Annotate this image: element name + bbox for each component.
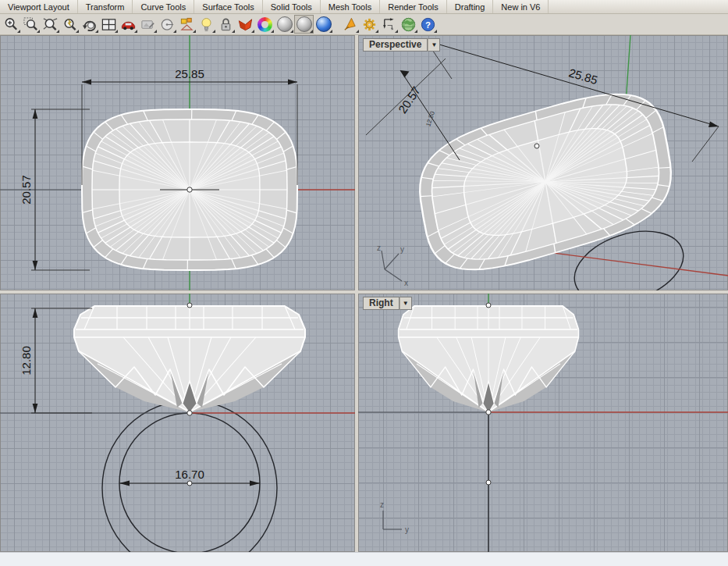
status-bar <box>0 552 728 566</box>
globe-icon[interactable] <box>399 15 418 34</box>
lamp-icon[interactable] <box>197 15 216 34</box>
svg-text:?: ? <box>425 20 431 29</box>
tab-surface-tools[interactable]: Surface Tools <box>194 0 262 13</box>
viewport-grid: 25.85 20.57 <box>0 35 728 552</box>
svg-text:x: x <box>404 279 408 287</box>
car-icon[interactable] <box>119 15 138 34</box>
tab-viewport-layout[interactable]: Viewport Layout <box>0 0 78 13</box>
zoom-extents-icon[interactable] <box>2 15 21 34</box>
svg-text:12.80: 12.80 <box>424 110 436 127</box>
axis-gizmo-right: z y <box>380 500 409 534</box>
svg-text:25.85: 25.85 <box>175 67 204 80</box>
cplane-object-icon[interactable] <box>177 15 197 34</box>
viewport-grid-icon[interactable] <box>99 15 119 34</box>
viewport-title-text[interactable]: Perspective <box>363 38 428 52</box>
table-top-point[interactable] <box>486 303 491 308</box>
ring-center-point[interactable] <box>486 480 491 485</box>
set-cplane-icon[interactable] <box>158 15 177 34</box>
right-view-canvas[interactable]: z y <box>358 294 728 552</box>
culet-point[interactable] <box>486 410 491 415</box>
tab-solid-tools[interactable]: Solid Tools <box>263 0 321 13</box>
svg-text:y: y <box>400 245 404 254</box>
svg-text:20.57: 20.57 <box>20 175 33 205</box>
tab-new-in-v6[interactable]: New in V6 <box>493 0 549 13</box>
viewport-title-text[interactable]: Right <box>363 297 400 310</box>
tab-transform[interactable]: Transform <box>78 0 133 13</box>
main-toolbar: ? <box>0 14 728 35</box>
perspective-view-canvas[interactable]: 25.85 20.57 12.80 z y x <box>358 35 728 290</box>
sphere-shaded-icon[interactable] <box>294 15 314 34</box>
help-icon[interactable]: ? <box>418 15 438 34</box>
dimension-diameter-front: 16.70 <box>119 468 260 486</box>
gem-wireframe-front[interactable] <box>74 306 305 412</box>
sphere-matte-icon[interactable] <box>275 15 294 34</box>
tab-curve-tools[interactable]: Curve Tools <box>133 0 194 13</box>
zoom-selected-icon[interactable] <box>41 15 60 34</box>
viewport-menu-chevron-icon[interactable]: ▼ <box>400 297 412 310</box>
tab-drafting[interactable]: Drafting <box>447 0 494 13</box>
named-view-icon[interactable] <box>138 15 158 34</box>
culet-point[interactable] <box>187 411 192 415</box>
tab-mesh-tools[interactable]: Mesh Tools <box>321 0 380 13</box>
center-point[interactable] <box>187 187 192 192</box>
table-center-point[interactable] <box>534 144 539 148</box>
svg-text:16.70: 16.70 <box>175 468 204 481</box>
top-view-canvas[interactable]: 25.85 20.57 <box>0 35 355 290</box>
svg-text:z: z <box>377 244 381 252</box>
viewport-title-right[interactable]: Right ▼ <box>363 297 412 310</box>
dimension-icon[interactable] <box>379 15 399 34</box>
render-icon[interactable] <box>236 15 255 34</box>
svg-text:12.80: 12.80 <box>20 346 33 376</box>
gem-wireframe-perspective[interactable] <box>411 77 680 287</box>
toolbar-tab-bar: Viewport Layout Transform Curve Tools Su… <box>0 0 728 14</box>
viewport-title-perspective[interactable]: Perspective ▼ <box>363 38 440 52</box>
ring-center-point[interactable] <box>187 481 192 486</box>
viewport-top[interactable]: 25.85 20.57 <box>0 35 355 290</box>
color-wheel-icon[interactable] <box>255 15 275 34</box>
viewport-menu-chevron-icon[interactable]: ▼ <box>428 38 440 52</box>
cone-icon[interactable] <box>340 15 360 34</box>
sphere-blue-icon[interactable] <box>314 15 333 34</box>
gear-icon[interactable] <box>360 15 379 34</box>
svg-text:20.57: 20.57 <box>396 84 423 116</box>
lock-icon[interactable] <box>216 15 236 34</box>
zoom-dynamic-icon[interactable] <box>60 15 80 34</box>
front-view-canvas[interactable]: 12.80 16.70 <box>0 294 355 552</box>
axis-gizmo-perspective: z y x <box>377 244 408 287</box>
viewport-front[interactable]: 12.80 16.70 <box>0 294 355 552</box>
svg-text:y: y <box>405 525 409 534</box>
table-top-point[interactable] <box>187 303 192 308</box>
undo-view-icon[interactable] <box>80 15 99 34</box>
zoom-window-icon[interactable] <box>21 15 41 34</box>
svg-text:z: z <box>380 500 384 509</box>
viewport-right[interactable]: z y Right ▼ <box>358 294 728 552</box>
gem-wireframe-right[interactable] <box>399 306 579 412</box>
tab-render-tools[interactable]: Render Tools <box>380 0 447 13</box>
viewport-perspective[interactable]: 25.85 20.57 12.80 z y x Perspective ▼ <box>358 35 728 290</box>
